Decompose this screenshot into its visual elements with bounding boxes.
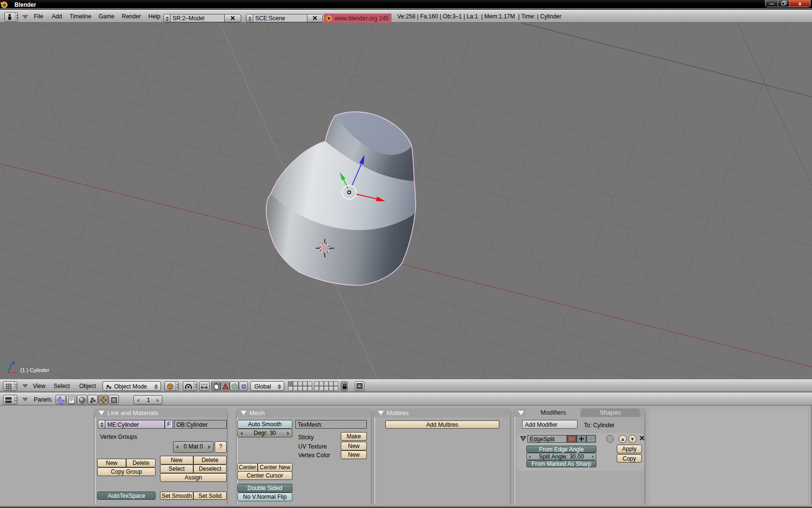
svg-text:z: z — [13, 360, 15, 365]
svg-text:(1 ) Cylinder: (1 ) Cylinder — [20, 367, 49, 373]
